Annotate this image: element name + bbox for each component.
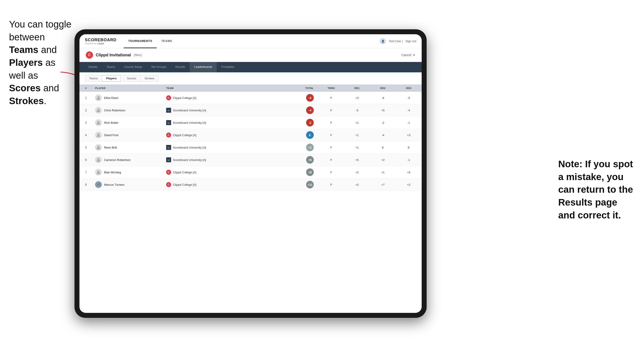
- thru-cell: F: [318, 141, 344, 154]
- thru-cell: F: [318, 104, 344, 117]
- total-cell: -4: [286, 104, 318, 117]
- player-avatar: [95, 169, 102, 175]
- team-logo: C: [166, 170, 171, 175]
- leaderboard-table: # PLAYER TEAM TOTAL THRU RD1 RD2 RD3 1El…: [80, 85, 422, 191]
- cancel-button[interactable]: Cancel ✕: [401, 53, 415, 57]
- player-name: Rich Butler: [104, 121, 118, 124]
- team-logo: C: [166, 95, 171, 100]
- tab-teams[interactable]: Teams: [102, 62, 120, 72]
- tab-tee-groups[interactable]: Tee Groups: [147, 62, 171, 72]
- toggle-players-button[interactable]: Players: [102, 75, 121, 82]
- rd1-cell: +2: [344, 166, 370, 178]
- toggle-row: Teams Players Scores Strokes: [80, 72, 422, 85]
- left-annotation: You can toggle between Teams and Players…: [9, 18, 72, 108]
- toggle-teams-button[interactable]: Teams: [85, 75, 102, 82]
- clippd-brand: clippd: [98, 42, 104, 45]
- thru-cell: F: [318, 92, 344, 104]
- tab-leaderboards[interactable]: Leaderboards: [190, 62, 217, 72]
- toggle-strokes-button[interactable]: Strokes: [140, 75, 159, 82]
- player-name: Rees Britt: [104, 146, 117, 149]
- table-row[interactable]: 7Blair McHargCClippd College [A]+8F+2+1+…: [80, 166, 422, 178]
- svg-point-2: [98, 109, 99, 110]
- player-cell: Cameron Robertson: [92, 154, 164, 166]
- table-row[interactable]: 5Rees BrittSUScoreboard University [A]+1…: [80, 141, 422, 154]
- rank-cell: 3: [80, 117, 92, 129]
- thru-cell: F: [318, 178, 344, 191]
- table-row[interactable]: 2Chris RobertsonSUScoreboard University …: [80, 104, 422, 117]
- team-logo: SU: [166, 145, 171, 150]
- toggle-scores-button[interactable]: Scores: [123, 75, 140, 82]
- score-badge: -8: [306, 94, 314, 102]
- rd2-cell: E: [370, 141, 396, 154]
- rd1-cell: +1: [344, 129, 370, 141]
- nav-links: TOURNAMENTS TEAMS: [124, 34, 380, 48]
- rd1-cell: +3: [344, 92, 370, 104]
- team-cell: CClippd College [A]: [164, 166, 286, 178]
- player-avatar: [95, 144, 102, 151]
- rd1-cell: +2: [344, 178, 370, 191]
- rd2-cell: +2: [370, 154, 396, 166]
- rd3-cell: -4: [396, 104, 422, 117]
- tab-details[interactable]: Details: [84, 62, 102, 72]
- table-row[interactable]: 8🌿Marcus TurnersCClippd College [A]+11F+…: [80, 178, 422, 191]
- rd2-cell: -2: [370, 117, 396, 129]
- team-logo: SU: [166, 120, 171, 125]
- rd3-cell: -5: [396, 92, 422, 104]
- total-cell: -2: [286, 117, 318, 129]
- table-row[interactable]: 4David FordCClippd College [A]EF+1-4+3: [80, 129, 422, 141]
- player-avatar: 🌿: [95, 181, 102, 188]
- app-logo-sub: Powered by clippd: [85, 42, 116, 45]
- player-name: Blair McHarg: [104, 171, 121, 174]
- rd1-cell: +1: [344, 141, 370, 154]
- team-cell: SUScoreboard University [A]: [164, 104, 286, 117]
- player-cell: Blair McHarg: [92, 166, 164, 178]
- col-thru: THRU: [318, 85, 344, 92]
- teams-bold: Teams: [9, 44, 38, 55]
- rd3-cell: -1: [396, 117, 422, 129]
- player-avatar: [95, 157, 102, 163]
- right-annotation: Note: If you spot a mistake, you can ret…: [558, 158, 635, 222]
- tab-course-setup[interactable]: Course Setup: [120, 62, 147, 72]
- col-rd2: RD2: [370, 85, 396, 92]
- player-name: Cameron Robertson: [104, 158, 130, 162]
- team-logo: C: [166, 182, 171, 187]
- user-icon: 👤: [380, 38, 386, 44]
- rank-cell: 5: [80, 141, 92, 154]
- team-name: Clippd College [A]: [173, 183, 196, 186]
- total-cell: E: [286, 129, 318, 141]
- col-rd1: RD1: [344, 85, 370, 92]
- table-row[interactable]: 6Cameron RobertsonSUScoreboard Universit…: [80, 154, 422, 166]
- svg-point-5: [98, 121, 99, 123]
- col-rank: #: [80, 85, 92, 92]
- tab-results[interactable]: Results: [171, 62, 190, 72]
- team-name: Scoreboard University [A]: [173, 146, 206, 149]
- nav-teams[interactable]: TEAMS: [157, 34, 176, 48]
- rd1-cell: +5: [344, 154, 370, 166]
- team-logo: C: [166, 133, 171, 138]
- player-cell: Rees Britt: [92, 141, 164, 154]
- rd2-cell: -4: [370, 129, 396, 141]
- nav-tournaments[interactable]: TOURNAMENTS: [124, 34, 157, 48]
- player-name: Elliot Ebert: [104, 96, 118, 100]
- player-avatar: [95, 94, 102, 101]
- tab-printables[interactable]: Printables: [217, 62, 239, 72]
- col-team: TEAM: [164, 85, 286, 92]
- svg-point-8: [98, 134, 99, 135]
- svg-text:SU: SU: [168, 110, 170, 111]
- team-name: Scoreboard University [A]: [173, 121, 206, 124]
- rank-cell: 1: [80, 92, 92, 104]
- thru-cell: F: [318, 154, 344, 166]
- content-area: Teams Players Scores Strokes # PLAYER TE…: [80, 72, 422, 313]
- team-cell: SUScoreboard University [A]: [164, 154, 286, 166]
- team-name: Clippd College [A]: [173, 96, 196, 100]
- sign-out-button[interactable]: Sign out: [406, 39, 416, 43]
- table-row[interactable]: 3Rich ButlerSUScoreboard University [A]-…: [80, 117, 422, 129]
- score-badge: +6: [306, 156, 314, 164]
- player-avatar: [95, 119, 102, 126]
- table-row[interactable]: 1Elliot EbertCClippd College [A]-8F+3-6-…: [80, 92, 422, 104]
- scores-bold: Scores: [9, 83, 41, 93]
- team-logo: SU: [166, 157, 171, 162]
- player-cell: Chris Robertson: [92, 104, 164, 117]
- app-logo: SCOREBOARD: [85, 38, 116, 42]
- tournament-header: C Clippd Invitational (Men) Cancel ✕: [80, 48, 422, 62]
